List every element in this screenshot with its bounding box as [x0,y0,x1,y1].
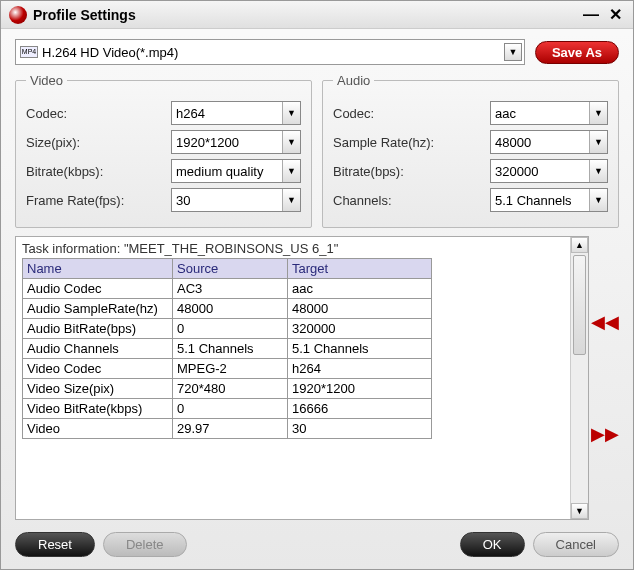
app-icon [9,6,27,24]
cell-target: 5.1 Channels [288,339,432,359]
profile-settings-window: Profile Settings — ✕ MP4 H.264 HD Video(… [0,0,634,570]
scroll-down-icon[interactable]: ▼ [571,503,588,519]
cancel-button[interactable]: Cancel [533,532,619,557]
task-nav: ◀◀ ▶▶ [591,236,619,520]
cell-target: 30 [288,419,432,439]
profile-row: MP4 H.264 HD Video(*.mp4) ▼ Save As [15,39,619,65]
video-codec-label: Codec: [26,106,165,121]
video-codec-select[interactable]: h264 ▼ [171,101,301,125]
task-info-name: "MEET_THE_ROBINSONS_US 6_1" [124,241,338,256]
video-size-value: 1920*1200 [172,135,282,150]
audio-codec-value: aac [491,106,589,121]
video-size-select[interactable]: 1920*1200 ▼ [171,130,301,154]
close-button[interactable]: ✕ [605,5,625,25]
table-row: Audio BitRate(bps)0320000 [23,319,432,339]
chevron-down-icon[interactable]: ▼ [589,189,607,211]
cell-name: Audio Channels [23,339,173,359]
cell-name: Video BitRate(kbps) [23,399,173,419]
audio-samplerate-label: Sample Rate(hz): [333,135,484,150]
chevron-down-icon[interactable]: ▼ [282,131,300,153]
col-name: Name [23,259,173,279]
col-target: Target [288,259,432,279]
audio-panel: Audio Codec: aac ▼ Sample Rate(hz): 4800… [322,73,619,228]
task-info-header: Task information: "MEET_THE_ROBINSONS_US… [22,241,564,256]
chevron-down-icon[interactable]: ▼ [589,102,607,124]
cell-source: 0 [173,319,288,339]
chevron-down-icon[interactable]: ▼ [589,160,607,182]
cell-source: 29.97 [173,419,288,439]
audio-channels-label: Channels: [333,193,484,208]
audio-legend: Audio [333,73,374,88]
format-icon: MP4 [20,46,38,58]
chevron-down-icon[interactable]: ▼ [282,189,300,211]
window-title: Profile Settings [33,7,577,23]
video-panel: Video Codec: h264 ▼ Size(pix): 1920*1200… [15,73,312,228]
cell-source: AC3 [173,279,288,299]
cell-name: Video [23,419,173,439]
cell-source: 5.1 Channels [173,339,288,359]
footer: Reset Delete OK Cancel [1,524,633,569]
video-codec-value: h264 [172,106,282,121]
ok-button[interactable]: OK [460,532,525,557]
table-row: Video Size(pix)720*4801920*1200 [23,379,432,399]
video-bitrate-label: Bitrate(kbps): [26,164,165,179]
cell-target: 1920*1200 [288,379,432,399]
cell-name: Audio Codec [23,279,173,299]
cell-target: 48000 [288,299,432,319]
vertical-scrollbar[interactable]: ▲ ▼ [570,237,588,519]
task-info-area: Task information: "MEET_THE_ROBINSONS_US… [15,236,589,520]
audio-codec-select[interactable]: aac ▼ [490,101,608,125]
reset-button[interactable]: Reset [15,532,95,557]
cell-target: h264 [288,359,432,379]
table-row: Video29.9730 [23,419,432,439]
chevron-down-icon[interactable]: ▼ [504,43,522,61]
video-framerate-select[interactable]: 30 ▼ [171,188,301,212]
cell-source: 0 [173,399,288,419]
table-row: Audio SampleRate(hz)4800048000 [23,299,432,319]
task-info-table: Name Source Target Audio CodecAC3aacAudi… [22,258,432,439]
content-area: MP4 H.264 HD Video(*.mp4) ▼ Save As Vide… [1,29,633,524]
scroll-thumb[interactable] [573,255,586,355]
save-as-button[interactable]: Save As [535,41,619,64]
audio-bitrate-value: 320000 [491,164,589,179]
video-framerate-value: 30 [172,193,282,208]
titlebar: Profile Settings — ✕ [1,1,633,29]
video-bitrate-value: medium quality [172,164,282,179]
cell-name: Audio SampleRate(hz) [23,299,173,319]
cell-name: Video Codec [23,359,173,379]
table-row: Audio CodecAC3aac [23,279,432,299]
chevron-down-icon[interactable]: ▼ [282,160,300,182]
prev-task-button[interactable]: ◀◀ [591,311,619,333]
audio-samplerate-value: 48000 [491,135,589,150]
table-row: Audio Channels5.1 Channels5.1 Channels [23,339,432,359]
video-framerate-label: Frame Rate(fps): [26,193,165,208]
audio-bitrate-label: Bitrate(bps): [333,164,484,179]
table-row: Video CodecMPEG-2h264 [23,359,432,379]
col-source: Source [173,259,288,279]
cell-source: 48000 [173,299,288,319]
chevron-down-icon[interactable]: ▼ [589,131,607,153]
audio-samplerate-select[interactable]: 48000 ▼ [490,130,608,154]
cell-name: Video Size(pix) [23,379,173,399]
cell-name: Audio BitRate(bps) [23,319,173,339]
video-bitrate-select[interactable]: medium quality ▼ [171,159,301,183]
table-row: Video BitRate(kbps)016666 [23,399,432,419]
cell-target: aac [288,279,432,299]
audio-bitrate-select[interactable]: 320000 ▼ [490,159,608,183]
cell-target: 16666 [288,399,432,419]
delete-button[interactable]: Delete [103,532,187,557]
cell-source: 720*480 [173,379,288,399]
audio-channels-value: 5.1 Channels [491,193,589,208]
minimize-button[interactable]: — [581,5,601,25]
scroll-up-icon[interactable]: ▲ [571,237,588,253]
video-legend: Video [26,73,67,88]
cell-target: 320000 [288,319,432,339]
audio-channels-select[interactable]: 5.1 Channels ▼ [490,188,608,212]
profile-selected-text: H.264 HD Video(*.mp4) [42,45,504,60]
profile-select[interactable]: MP4 H.264 HD Video(*.mp4) ▼ [15,39,525,65]
chevron-down-icon[interactable]: ▼ [282,102,300,124]
next-task-button[interactable]: ▶▶ [591,423,619,445]
video-size-label: Size(pix): [26,135,165,150]
audio-codec-label: Codec: [333,106,484,121]
settings-panels: Video Codec: h264 ▼ Size(pix): 1920*1200… [15,73,619,228]
